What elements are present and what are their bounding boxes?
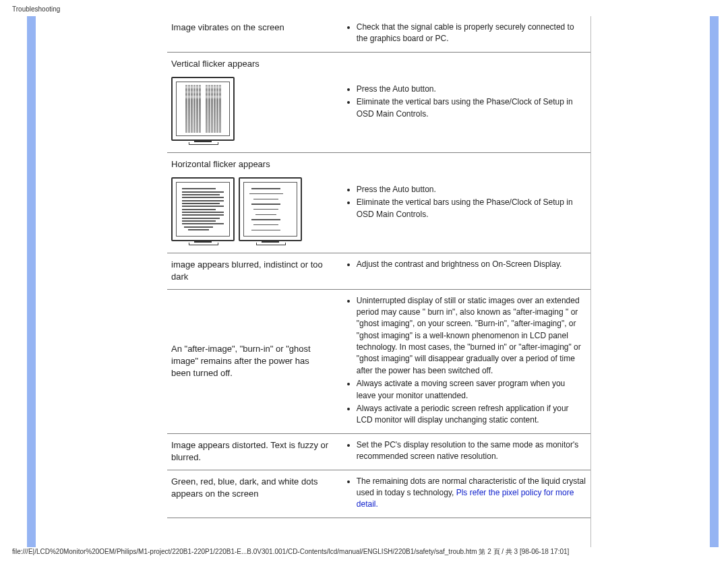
blue-divider-left bbox=[27, 16, 36, 547]
solution-list: The remaining dots are normal characteri… bbox=[339, 476, 586, 511]
table-row: image appears blurred, indistinct or too… bbox=[167, 253, 590, 289]
troubleshooting-table-wrapper: Image vibrates on the screen Check that … bbox=[167, 16, 590, 518]
table-row: Image appears distorted. Text is fuzzy o… bbox=[167, 433, 590, 470]
content-right-border bbox=[590, 16, 591, 547]
table-row: Vertical flicker appears bbox=[167, 52, 590, 152]
table-row: Horizontal flicker appears bbox=[167, 152, 590, 253]
solution-list: Check that the signal cable is properly … bbox=[339, 22, 586, 45]
table-row: An "after-image", "burn-in" or "ghost im… bbox=[167, 289, 590, 433]
horizontal-flicker-diagram bbox=[171, 177, 331, 247]
solution-item: Eliminate the vertical bars using the Ph… bbox=[357, 96, 586, 120]
table-row: Image vibrates on the screen Check that … bbox=[167, 16, 590, 52]
solution-item: Adjust the contrast and brightness on On… bbox=[357, 259, 586, 270]
table-row: Green, red, blue, dark, and white dots a… bbox=[167, 470, 590, 518]
solution-item: The remaining dots are normal characteri… bbox=[357, 476, 586, 511]
solution-item: Always activate a periodic screen refres… bbox=[357, 403, 586, 427]
solution-list: Press the Auto button. Eliminate the ver… bbox=[339, 84, 586, 120]
problem-text: image appears blurred, indistinct or too… bbox=[171, 259, 331, 283]
solution-list: Press the Auto button. Eliminate the ver… bbox=[339, 184, 586, 220]
vertical-flicker-diagram bbox=[171, 77, 331, 147]
solution-item: Press the Auto button. bbox=[357, 84, 586, 95]
problem-text: An "after-image", "burn-in" or "ghost im… bbox=[171, 343, 331, 380]
problem-text: Image vibrates on the screen bbox=[171, 22, 331, 34]
solution-item: Uninterrupted display of still or static… bbox=[357, 295, 586, 377]
blue-divider-right bbox=[710, 16, 719, 547]
solution-item: Eliminate the vertical bars using the Ph… bbox=[357, 197, 586, 220]
problem-text: Horizontal flicker appears bbox=[171, 158, 331, 170]
troubleshooting-table: Image vibrates on the screen Check that … bbox=[167, 16, 590, 518]
problem-text: Image appears distorted. Text is fuzzy o… bbox=[171, 439, 331, 464]
solution-list: Uninterrupted display of still or static… bbox=[339, 295, 586, 427]
problem-text: Vertical flicker appears bbox=[171, 58, 331, 70]
solution-item: Set the PC's display resolution to the s… bbox=[357, 439, 586, 463]
page-header-title: Troubleshooting bbox=[12, 5, 60, 13]
problem-text: Green, red, blue, dark, and white dots a… bbox=[171, 476, 331, 500]
solution-item: Always activate a moving screen saver pr… bbox=[357, 378, 586, 402]
solution-item: Check that the signal cable is properly … bbox=[357, 22, 586, 45]
page-footer-text: file:///E|/LCD%20Monitor%20OEM/Philips/M… bbox=[12, 547, 569, 557]
solution-item: Press the Auto button. bbox=[357, 184, 586, 195]
solution-list: Set the PC's display resolution to the s… bbox=[339, 439, 586, 463]
solution-list: Adjust the contrast and brightness on On… bbox=[339, 259, 586, 270]
